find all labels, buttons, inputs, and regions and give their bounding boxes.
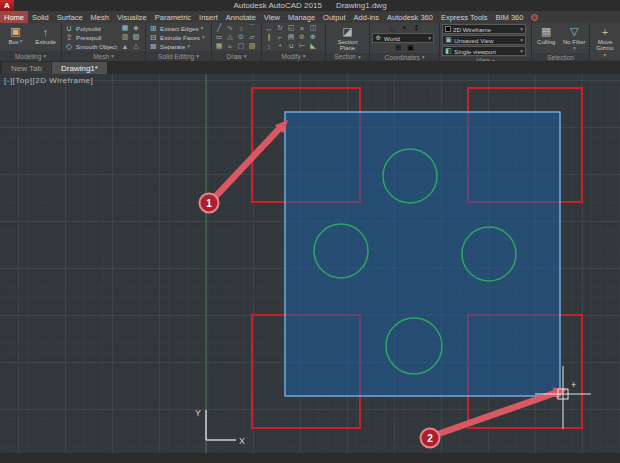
- section-plane-icon: ◪: [340, 25, 355, 38]
- extract-edges-button[interactable]: ⊞ Extract Edges ▾: [148, 24, 205, 32]
- ribbon-tab-visualize[interactable]: Visualize: [113, 11, 151, 23]
- region-tool-icon[interactable]: ▢: [236, 42, 246, 50]
- culling-label: Culling: [537, 39, 555, 45]
- ribbon-tab-view[interactable]: View: [260, 11, 284, 23]
- move-gizmo-button[interactable]: + Move Gizmo▾: [592, 24, 618, 58]
- section-plane-label: Section Plane: [330, 39, 366, 52]
- point-tool-icon[interactable]: ⊙: [236, 33, 246, 41]
- ribbon-tab-solid[interactable]: Solid: [28, 11, 53, 23]
- ribbon-tab-mesh[interactable]: Mesh: [87, 11, 113, 23]
- smooth-object-button[interactable]: ◇ Smooth Object: [64, 42, 117, 50]
- mesh-smooth-icon[interactable]: ◈: [131, 24, 141, 32]
- culling-button[interactable]: ▦ Culling: [534, 24, 559, 45]
- presspull-label: Presspull: [76, 34, 101, 41]
- ucs-previous-icon[interactable]: ⊞: [394, 44, 404, 52]
- polygon-tool-icon[interactable]: △: [225, 33, 235, 41]
- move-tool-icon[interactable]: ↔: [264, 24, 274, 32]
- ribbon-tab-manage[interactable]: Manage: [284, 11, 319, 23]
- panel-label-modify[interactable]: Modify▾: [262, 51, 325, 61]
- chevron-down-icon: ▾: [43, 53, 46, 59]
- ribbon-options-icon[interactable]: [531, 14, 538, 21]
- autocad-logo[interactable]: A: [0, 0, 14, 11]
- rotate-tool-icon[interactable]: ↻: [275, 24, 285, 32]
- mesh-refine-icon[interactable]: ▧: [131, 33, 141, 41]
- named-view-dropdown[interactable]: ▣ Unsaved View ▾: [442, 35, 526, 45]
- ucs-icon[interactable]: Y X: [195, 408, 245, 446]
- erase-tool-icon[interactable]: ×: [297, 24, 307, 32]
- scale-tool-icon[interactable]: ⊕: [308, 33, 318, 41]
- section-plane-button[interactable]: ◪ Section Plane: [329, 24, 367, 52]
- ucs-named-icon[interactable]: ▣: [406, 44, 416, 52]
- mesh-split-icon[interactable]: △: [131, 42, 141, 50]
- document-title: Drawing1.dwg: [336, 1, 387, 10]
- mesh-box-icon[interactable]: ▦: [120, 24, 130, 32]
- trim-tool-icon[interactable]: ◱: [286, 24, 296, 32]
- stretch-tool-icon[interactable]: ↕: [264, 42, 274, 50]
- chevron-down-icon: ▾: [358, 54, 361, 60]
- array-tool-icon[interactable]: ▤: [286, 33, 296, 41]
- ribbon-tab-parametric[interactable]: Parametric: [151, 11, 195, 23]
- mesh-face-icon[interactable]: ▥: [120, 33, 130, 41]
- box-label: Box: [8, 39, 18, 45]
- fillet-tool-icon[interactable]: ⌐: [275, 33, 285, 41]
- extrude-faces-button[interactable]: ⊟ Extrude Faces ▾: [148, 33, 205, 41]
- polyline-tool-icon[interactable]: ∿: [225, 24, 235, 32]
- mirror-tool-icon[interactable]: ∥: [264, 33, 274, 41]
- panel-label-mesh[interactable]: Mesh▾: [62, 51, 145, 61]
- ucs-x-label: X: [239, 436, 245, 446]
- viewport-config-dropdown[interactable]: ◧ Single viewport ▾: [442, 46, 526, 56]
- circle-tool-icon[interactable]: ○: [236, 24, 246, 32]
- ucs-origin-icon[interactable]: ⌖: [400, 24, 410, 32]
- ribbon-tab-output[interactable]: Output: [319, 11, 350, 23]
- draw-tool-grid: ╱ ∿ ○ ⌒ ▭ △ ⊙ ▱ ▦ ≈ ▢ ▨: [214, 24, 257, 50]
- ribbon-tab-surface[interactable]: Surface: [53, 11, 87, 23]
- arc-tool-icon[interactable]: ⌒: [247, 24, 257, 32]
- polysolid-button[interactable]: ∪ Polysolid: [64, 24, 117, 32]
- presspull-button[interactable]: ⇧ Presspull: [64, 33, 117, 41]
- join-tool-icon[interactable]: ∪: [286, 42, 296, 50]
- ucs-z-axis-icon[interactable]: ↥: [412, 24, 422, 32]
- extrude-button[interactable]: ↑ Extrude: [32, 24, 59, 45]
- spline-tool-icon[interactable]: ≈: [225, 42, 235, 50]
- ellipse-tool-icon[interactable]: ▱: [247, 33, 257, 41]
- panel-label-view[interactable]: View▾: [440, 57, 531, 61]
- ribbon-tab-bim360[interactable]: BIM 360: [491, 11, 527, 23]
- panel-label-selection[interactable]: Selection: [532, 53, 589, 61]
- box-button[interactable]: ▣ Box▾: [2, 24, 29, 45]
- ribbon-tab-home[interactable]: Home: [0, 11, 28, 23]
- mesh-crease-icon[interactable]: ▲: [120, 42, 130, 50]
- ucs-tool-icon[interactable]: ∟: [388, 24, 398, 32]
- no-filter-button[interactable]: ▽ No Filter▾: [562, 24, 587, 52]
- viewport-config-label: Single viewport: [454, 48, 496, 55]
- file-tab-drawing1[interactable]: Drawing1*: [52, 62, 107, 74]
- ribbon-tab-autodesk360[interactable]: Autodesk 360: [383, 11, 437, 23]
- rectangle-tool-icon[interactable]: ▭: [214, 33, 224, 41]
- explode-tool-icon[interactable]: *: [275, 42, 285, 50]
- world-ucs-icon: ⊕: [375, 33, 382, 43]
- ribbon-tab-insert[interactable]: Insert: [195, 11, 222, 23]
- ribbon-tab-bar: Home Solid Surface Mesh Visualize Parame…: [0, 11, 620, 23]
- model-space-canvas[interactable]: [-][Top][2D Wireframe] 1 2: [0, 74, 620, 453]
- separate-button[interactable]: ⊠ Separate ▾: [148, 42, 205, 50]
- panel-solid-editing: ⊞ Extract Edges ▾ ⊟ Extrude Faces ▾ ⊠ Se…: [146, 23, 212, 61]
- panel-label-modeling[interactable]: Modeling▾: [0, 51, 61, 61]
- visual-style-dropdown[interactable]: 2D Wireframe ▾: [442, 24, 526, 34]
- break-tool-icon[interactable]: ⊢: [297, 42, 307, 50]
- panel-label-section[interactable]: Section▾: [326, 53, 369, 61]
- line-tool-icon[interactable]: ╱: [214, 24, 224, 32]
- panel-modeling: ▣ Box▾ ↑ Extrude Modeling▾: [0, 23, 62, 61]
- chamfer-tool-icon[interactable]: ◣: [308, 42, 318, 50]
- file-tab-new[interactable]: New Tab: [2, 62, 51, 74]
- ucs-world-dropdown[interactable]: ⊕ World ▾: [372, 33, 434, 43]
- panel-label-coordinates[interactable]: Coordinates▾: [370, 53, 439, 61]
- gradient-tool-icon[interactable]: ▨: [247, 42, 257, 50]
- ribbon-tab-annotate[interactable]: Annotate: [222, 11, 260, 23]
- panel-label-draw[interactable]: Draw▾: [212, 51, 261, 61]
- panel-label-solid-editing[interactable]: Solid Editing▾: [146, 51, 211, 61]
- hatch-tool-icon[interactable]: ▦: [214, 42, 224, 50]
- panel-selection: ▦ Culling ▽ No Filter▾ Selection: [532, 23, 590, 61]
- ribbon-tab-express-tools[interactable]: Express Tools: [437, 11, 492, 23]
- offset-tool-icon[interactable]: ⊘: [297, 33, 307, 41]
- ribbon-tab-addins[interactable]: Add-ins: [350, 11, 383, 23]
- copy-tool-icon[interactable]: ◫: [308, 24, 318, 32]
